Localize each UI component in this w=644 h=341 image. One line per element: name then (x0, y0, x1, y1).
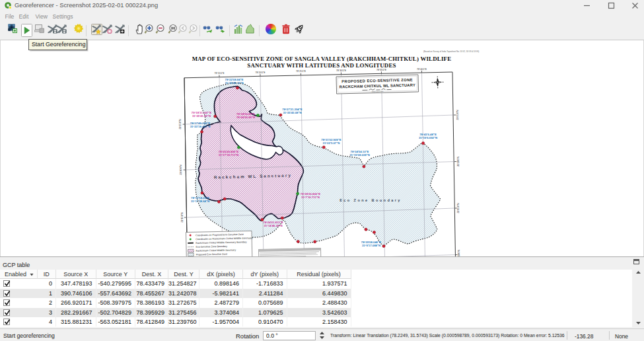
svg-text:31°15'0"N: 31°15'0"N (457, 203, 460, 213)
svg-text:78°40'0"E: 78°40'0"E (417, 68, 427, 71)
svg-text:31°19'6.692"N: 31°19'6.692"N (419, 136, 437, 139)
svg-text:78°30'0"E: 78°30'0"E (336, 69, 347, 72)
svg-text:31°25'41.12"N: 31°25'41.12"N (225, 81, 243, 85)
svg-text:78°20'0"E: 78°20'0"E (256, 71, 266, 74)
svg-text:78°25'0"E: 78°25'0"E (296, 70, 306, 73)
svg-text:0 0.5 1 2 3 4 km: 0 0.5 1 2 3 4 km (372, 91, 383, 93)
svg-text:31°23'18.431"N: 31°23'18.431"N (190, 125, 211, 128)
svg-text:78°15'0"E: 78°15'0"E (215, 72, 225, 75)
svg-text:31°14'46.26"N: 31°14'46.26"N (264, 224, 282, 227)
svg-text:MAP OF ECO-SENSITIVE ZONE OF S: MAP OF ECO-SENSITIVE ZONE OF SANGLA VALL… (192, 56, 452, 62)
svg-text:31°20'0"N: 31°20'0"N (457, 156, 460, 167)
svg-text:31°19'08.038"N: 31°19'08.038"N (349, 153, 370, 157)
svg-text:31°17'38.64"N: 31°17'38.64"N (191, 200, 209, 203)
svg-text:(Based on Survey of India Topo: (Based on Survey of India Toposheet No. … (423, 50, 479, 53)
svg-text:31°22'5.07"N: 31°22'5.07"N (323, 141, 340, 145)
svg-text:31°9'17.088"N: 31°9'17.088"N (362, 244, 380, 247)
svg-text:78°35'0"E: 78°35'0"E (376, 69, 387, 71)
svg-text:SANCTUARY WITH LATITUDES AND L: SANCTUARY WITH LATITUDES AND LONGITUDES (247, 62, 396, 69)
svg-text:Eco Zone Boundary: Eco Zone Boundary (340, 198, 402, 202)
svg-text:31°17'18.711"N: 31°17'18.711"N (219, 153, 238, 157)
svg-text:31°25'41.89"N: 31°25'41.89"N (192, 114, 211, 118)
svg-text:31°7'16.711"N: 31°7'16.711"N (301, 196, 320, 199)
svg-text:31°15'0"N: 31°15'0"N (181, 212, 184, 223)
svg-text:31°25'0"N: 31°25'0"N (456, 110, 459, 120)
svg-text:78°24'50.89"N: 78°24'50.89"N (236, 116, 255, 119)
svg-text:31°25'43.08"N: 31°25'43.08"N (283, 111, 301, 114)
svg-text:31°20'0"N: 31°20'0"N (180, 165, 182, 175)
svg-text:31°25'0"N: 31°25'0"N (179, 119, 182, 130)
svg-text:31°10'0"N: 31°10'0"N (458, 249, 460, 256)
